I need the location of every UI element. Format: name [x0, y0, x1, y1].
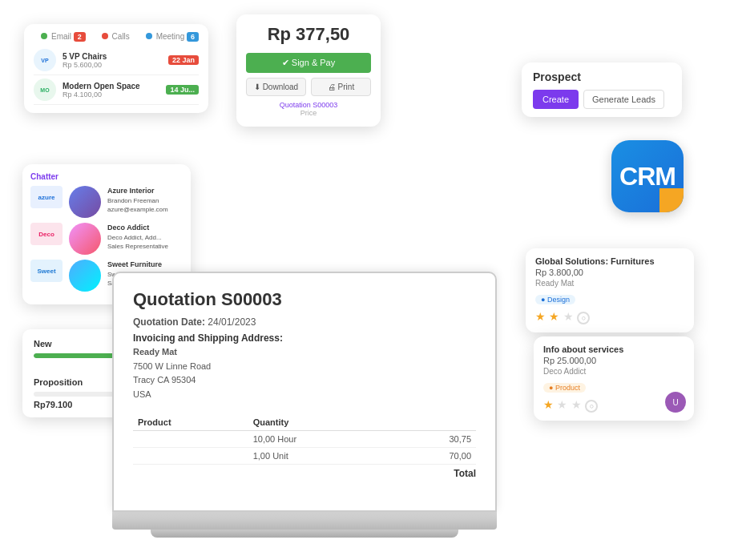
- quotation-title: Quotation S00003: [133, 289, 476, 310]
- company-logo: azure: [30, 186, 63, 208]
- rating-circle[interactable]: ○: [585, 400, 598, 413]
- star-1[interactable]: ★: [535, 310, 546, 323]
- price-card: Rp 377,50 ✔ Sign & Pay ⬇ Download 🖨 Prin…: [236, 14, 381, 127]
- activity-card: Email 2 Calls Meeting 6 VP 5 VP Chairs R…: [24, 24, 208, 113]
- meeting-badge: 6: [187, 32, 199, 42]
- card-price: Rp 25.000,00: [543, 356, 684, 365]
- star-3[interactable]: ★: [571, 398, 582, 411]
- card-company: Ready Mat: [535, 279, 684, 288]
- generate-leads-button[interactable]: Generate Leads: [583, 90, 664, 109]
- laptop-wrap: Quotation S00003 Quotation Date: 24/01/2…: [112, 272, 497, 538]
- star-3[interactable]: ★: [563, 310, 574, 323]
- item-name: 5 VP Chairs: [63, 52, 168, 61]
- customer-card-header: Chatter: [30, 172, 183, 181]
- avatar: [69, 186, 101, 218]
- avatar: [69, 260, 101, 292]
- print-button[interactable]: 🖨 Print: [311, 78, 371, 96]
- price-sub: Price: [246, 109, 371, 117]
- crm-label: CRM: [619, 162, 676, 191]
- user-avatar: U: [665, 392, 686, 413]
- star-1[interactable]: ★: [543, 398, 554, 411]
- tag-product: Product: [543, 383, 586, 393]
- list-item: MO Modern Open Space Rp 4.100,00 14 Ju..…: [34, 75, 199, 105]
- address-block: Ready Mat 7500 W Linne Road Tracy CA 953…: [133, 345, 476, 401]
- cell-price: 70,00: [391, 448, 476, 465]
- item-name: Modern Open Space: [63, 82, 166, 91]
- quotation-link[interactable]: Quotation S00003: [246, 101, 371, 109]
- star-rating[interactable]: ★ ★ ★ ○: [543, 397, 684, 413]
- sign-pay-button[interactable]: ✔ Sign & Pay: [246, 53, 371, 73]
- rating-circle[interactable]: ○: [577, 312, 590, 324]
- star-rating[interactable]: ★ ★ ★ ○: [535, 309, 684, 324]
- col-product: Product: [133, 414, 248, 431]
- activity-badge: 14 Ju...: [166, 85, 199, 95]
- avatar: [69, 223, 101, 255]
- download-button[interactable]: ⬇ Download: [246, 78, 306, 96]
- list-item: Deco Deco Addict Deco Addict, Add...Sale…: [30, 223, 183, 255]
- activity-badge: 22 Jan: [168, 55, 199, 65]
- cell-qty: 10,00 Hour: [248, 431, 391, 448]
- cell-product: [133, 431, 248, 448]
- global-solutions-card: Global Solutions: Furnitures Rp 3.800,00…: [526, 248, 694, 332]
- avatar: VP: [34, 49, 56, 71]
- card-price: Rp 3.800,00: [535, 268, 684, 277]
- calls-label: Calls: [102, 32, 130, 41]
- cell-qty: 1,00 Unit: [248, 448, 391, 465]
- crm-corner-accent: [659, 188, 684, 212]
- total-label: Total: [133, 468, 476, 479]
- laptop-foot: [151, 530, 458, 538]
- col-quantity: Quantity: [248, 414, 391, 431]
- table-row: 10,00 Hour 30,75: [133, 431, 476, 448]
- meeting-label: Meeting 6: [146, 32, 199, 41]
- email-badge: 2: [74, 32, 86, 42]
- prospect-card: Prospect Create Generate Leads: [522, 62, 682, 117]
- address-label: Invoicing and Shipping Address:: [133, 332, 476, 344]
- star-2[interactable]: ★: [557, 398, 567, 411]
- activity-header: Email 2 Calls Meeting 6: [34, 32, 199, 41]
- quotation-table: Product Quantity 10,00 Hour 30,75 1,00 U…: [133, 414, 476, 465]
- table-row: 1,00 Unit 70,00: [133, 448, 476, 465]
- company-logo: Sweet: [30, 260, 63, 282]
- email-label: Email 2: [41, 32, 86, 41]
- prospect-title: Prospect: [533, 71, 671, 83]
- tag-design: Design: [535, 295, 575, 304]
- cell-price: 30,75: [391, 431, 476, 448]
- info-services-card: Info about services Rp 25.000,00 Deco Ad…: [534, 336, 694, 421]
- customer-name: Azure Interior: [107, 186, 168, 196]
- item-price: Rp 5.600,00: [63, 61, 168, 69]
- quotation-date: Quotation Date: 24/01/2023: [133, 316, 476, 328]
- stage-label: Proposition: [34, 377, 83, 387]
- col-price: [391, 414, 476, 431]
- customer-name: Sweet Furniture: [107, 260, 164, 270]
- laptop-base: [112, 512, 497, 530]
- card-company: Deco Addict: [543, 367, 684, 376]
- customer-name: Deco Addict: [107, 223, 168, 233]
- star-2[interactable]: ★: [549, 310, 559, 323]
- card-title: Info about services: [543, 344, 684, 354]
- avatar: MO: [34, 79, 56, 101]
- card-title: Global Solutions: Furnitures: [535, 256, 684, 266]
- quotation-document: Quotation S00003 Quotation Date: 24/01/2…: [112, 272, 497, 512]
- crm-badge: CRM: [611, 140, 684, 212]
- item-price: Rp 4.100,00: [63, 91, 166, 99]
- create-button[interactable]: Create: [533, 90, 579, 109]
- stage-label: New: [34, 339, 52, 348]
- list-item: azure Azure Interior Brandon Freemanazur…: [30, 186, 183, 218]
- list-item: VP 5 VP Chairs Rp 5.600,00 22 Jan: [34, 46, 199, 75]
- company-logo: Deco: [30, 223, 63, 245]
- price-amount: Rp 377,50: [246, 24, 371, 45]
- cell-product: [133, 448, 248, 465]
